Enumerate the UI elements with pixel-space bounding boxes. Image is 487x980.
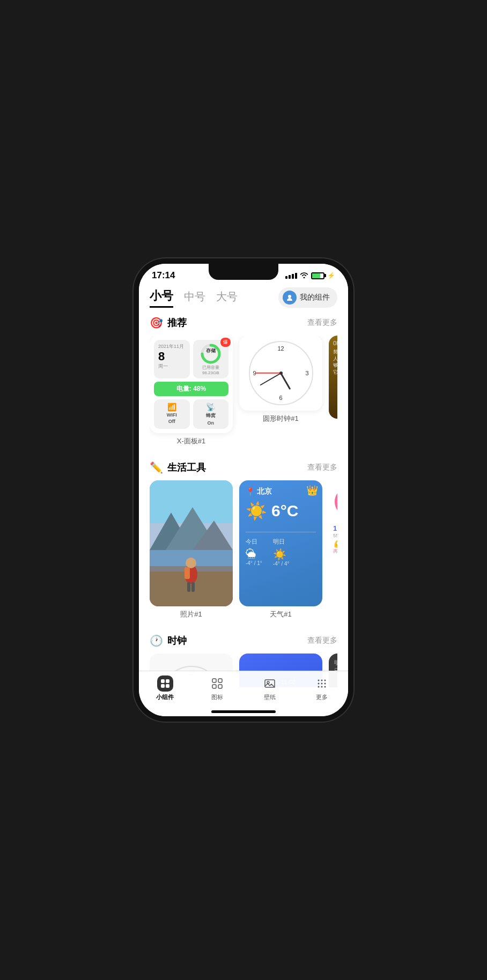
weather-sun-icon: ☀️ (246, 501, 267, 521)
weather-location: 📍 北京 (246, 487, 316, 496)
my-widgets-button[interactable]: 我的组件 (278, 287, 337, 308)
svg-point-11 (186, 558, 196, 568)
signal-icon (285, 273, 297, 279)
nav-icons[interactable]: 图标 (191, 675, 244, 701)
fitness-emoji: 💪 (333, 539, 337, 548)
life-tools-label: 生活工具 (167, 461, 206, 474)
hour-hand (280, 373, 291, 390)
nav-icons-label: 图标 (211, 693, 223, 701)
nav-widgets-label: 小组件 (156, 693, 174, 701)
x-panel-weekday: 周一 (158, 363, 186, 370)
today-forecast: 今日 🌦 -4° / 1° (246, 538, 262, 567)
wifi-off-icon: 📶 (167, 403, 176, 411)
fitness-widget[interactable]: 1,476 55 千 💪 再接 (329, 480, 337, 606)
life-tools-section: ✏️ 生活工具 查看更多 (139, 458, 348, 631)
x-panel-used-label: 已用容量 (202, 365, 219, 370)
tomorrow-icon: ☀️ (273, 548, 290, 561)
status-time: 17:14 (152, 270, 175, 281)
nav-wallpaper-label: 壁纸 (264, 693, 276, 701)
x-panel-widget-wrapper: 2021年11月 8 周一 爆 (150, 336, 233, 451)
svg-rect-25 (212, 685, 216, 688)
my-widgets-label: 我的组件 (300, 293, 330, 302)
svg-point-0 (288, 295, 291, 298)
fitness-widget-wrapper: 1,476 55 千 💪 再接 (329, 480, 337, 625)
tab-small[interactable]: 小号 (150, 288, 173, 308)
tomorrow-forecast: 明日 ☀️ -4° / 4° (273, 538, 290, 567)
weather-temp: 6°C (271, 502, 298, 520)
battery-bolt: ⚡ (327, 272, 335, 279)
x-panel-day: 8 (158, 350, 186, 363)
clock-header: 🕐 时钟 查看更多 (150, 634, 337, 647)
svg-rect-14 (191, 582, 195, 592)
daily-widget[interactable]: 08/11 努力的人的事情够把握它， (329, 336, 337, 419)
svg-point-31 (324, 680, 326, 681)
crown-icon: 👑 (306, 485, 318, 496)
x-panel-wifi: 📶 WIFI Off (154, 399, 190, 429)
nav-more[interactable]: 更多 (296, 675, 349, 701)
photo-widget-wrapper: 照片#1 (150, 480, 233, 625)
nav-widgets[interactable]: 小组件 (139, 675, 191, 701)
svg-rect-20 (166, 679, 169, 683)
nav-wallpaper[interactable]: 壁纸 (244, 675, 296, 701)
life-tools-see-more[interactable]: 查看更多 (307, 463, 337, 472)
photo-widget[interactable] (150, 480, 233, 606)
svg-point-33 (321, 683, 323, 685)
recommended-label: 推荐 (167, 316, 187, 329)
location-pin-icon: 📍 (246, 487, 255, 496)
recommended-icon: 🎯 (150, 316, 163, 329)
weather-widget[interactable]: 📍 北京 👑 ☀️ 6°C 今日 🌦 -4° / 1° (239, 480, 322, 606)
daily-date: 08/11 (333, 340, 337, 346)
fitness-steps-value: 1,476 (333, 524, 337, 532)
svg-rect-23 (212, 679, 216, 682)
recommended-section: 🎯 推荐 查看更多 2021年11月 8 周一 (139, 313, 348, 458)
clock-3: 3 (305, 370, 308, 376)
x-panel-storage-badge: 爆 (220, 338, 231, 347)
svg-point-34 (324, 683, 326, 685)
today-icon: 🌦 (246, 548, 262, 560)
analog-clock-widget[interactable]: 12 3 6 9 (239, 336, 322, 411)
x-panel-label: X-面板#1 (150, 433, 233, 451)
svg-rect-22 (166, 684, 169, 688)
phone-frame: 17:14 ⚡ 小号 中号 (139, 264, 348, 716)
svg-point-16 (336, 489, 337, 515)
x-panel-battery: 电量: 48% (154, 382, 228, 396)
clock-title: 🕐 时钟 (150, 634, 187, 647)
x-panel-gb: 96.23GB (202, 370, 219, 375)
x-panel-date: 2021年11月 8 周一 (154, 340, 190, 378)
analog-clock-wrapper: 12 3 6 9 圆形时钟#1 (239, 336, 322, 451)
tab-medium[interactable]: 中号 (184, 289, 205, 306)
svg-rect-19 (161, 679, 165, 683)
wifi-icon (300, 271, 308, 280)
daily-text: 努力的人的事情够把握它， (333, 348, 337, 375)
recommended-scroll: 2021年11月 8 周一 爆 (150, 336, 337, 458)
recommended-title: 🎯 推荐 (150, 316, 187, 329)
clock-center (279, 372, 283, 375)
svg-point-30 (321, 680, 323, 681)
x-panel-cell: 📡 蜂窝 On (193, 399, 229, 429)
weather-forecast: 今日 🌦 -4° / 1° 明日 ☀️ -4° / 4° (246, 532, 316, 567)
size-tabs-header: 小号 中号 大号 我的组件 (139, 283, 348, 313)
life-tools-scroll: 照片#1 📍 北京 👑 ☀️ 6°C (150, 480, 337, 631)
bottom-nav: 小组件 图标 壁纸 (139, 671, 348, 716)
user-avatar (283, 291, 297, 305)
x-panel-storage: 爆 存储 已用容量 96.23GB (193, 340, 229, 378)
svg-point-29 (318, 680, 320, 681)
battery-fill (312, 273, 320, 278)
svg-rect-13 (187, 582, 190, 592)
recommended-see-more[interactable]: 查看更多 (307, 318, 337, 328)
svg-point-37 (324, 686, 326, 688)
widgets-nav-icon (157, 675, 173, 692)
clock-section-label: 时钟 (167, 634, 187, 647)
clock-see-more[interactable]: 查看更多 (307, 636, 337, 645)
clock-6: 6 (279, 395, 282, 401)
photo-scene (150, 480, 233, 606)
tab-large[interactable]: 大号 (216, 289, 238, 306)
x-panel-widget[interactable]: 2021年11月 8 周一 爆 (150, 336, 233, 433)
main-content: 小号 中号 大号 我的组件 🎯 推荐 查看更多 (139, 283, 348, 687)
fitness-calories: 55 千 (333, 532, 337, 539)
life-tools-icon: ✏️ (150, 461, 163, 474)
analog-clock-face: 12 3 6 9 (249, 341, 313, 405)
clock-12: 12 (277, 345, 284, 352)
photo-bg (150, 480, 233, 606)
life-tools-title: ✏️ 生活工具 (150, 461, 206, 474)
